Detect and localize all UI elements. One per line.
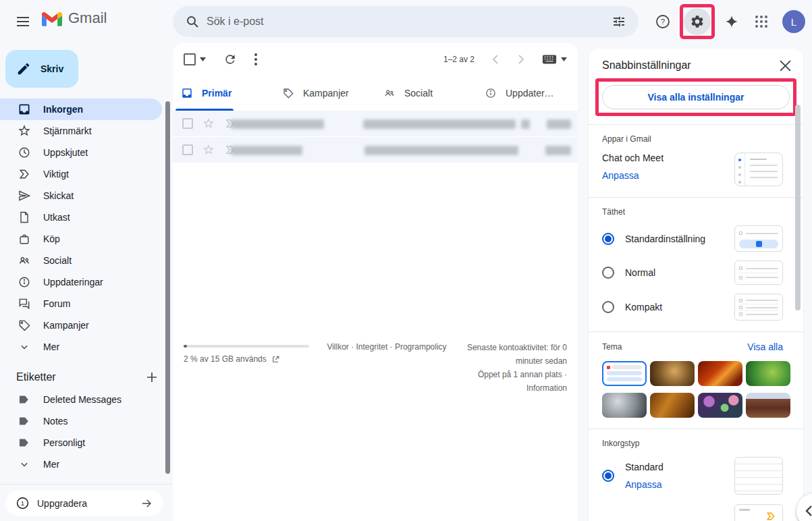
section-heading: Appar i Gmail bbox=[602, 134, 783, 144]
apps-grid-icon[interactable] bbox=[747, 7, 776, 36]
sidebar-item-drafts[interactable]: Utkast bbox=[0, 207, 162, 228]
star-icon[interactable] bbox=[202, 144, 215, 156]
select-all-checkbox[interactable] bbox=[184, 53, 196, 65]
density-option-normal[interactable]: Normal bbox=[602, 260, 783, 285]
customize-inbox-link[interactable]: Anpassa bbox=[625, 479, 734, 490]
sidebar-label-notes[interactable]: Notes bbox=[0, 410, 162, 432]
upgrade-button[interactable]: 1 Uppgradera bbox=[5, 491, 163, 516]
redacted-sender bbox=[231, 146, 302, 155]
legal-links[interactable]: Villkor · Integritet · Programpolicy bbox=[316, 342, 458, 395]
theme-thumbnail-spheres[interactable] bbox=[602, 393, 647, 418]
redacted-sender bbox=[231, 119, 324, 129]
inbox-important-first-thumbnail[interactable] bbox=[734, 504, 783, 521]
sidebar-labels-more[interactable]: Mer bbox=[0, 454, 162, 475]
settings-scrollbar[interactable] bbox=[795, 105, 801, 310]
section-heading: Inkorgstyp bbox=[602, 439, 783, 448]
density-compact-thumbnail[interactable] bbox=[734, 294, 783, 321]
row-checkbox[interactable] bbox=[182, 118, 193, 129]
send-icon bbox=[18, 189, 31, 202]
add-label-icon[interactable] bbox=[146, 371, 158, 383]
sidebar-item-updates[interactable]: Uppdateringar bbox=[0, 271, 162, 293]
sidebar-item-more[interactable]: Mer bbox=[0, 336, 162, 358]
email-row[interactable] bbox=[173, 137, 578, 163]
inbox-standard-thumbnail[interactable] bbox=[734, 457, 783, 495]
apps-in-gmail-section: Appar i Gmail Chat och Meet Anpassa bbox=[589, 125, 803, 197]
svg-text:?: ? bbox=[661, 18, 665, 26]
see-all-settings-button[interactable]: Visa alla inställningar bbox=[602, 85, 790, 109]
info-icon bbox=[18, 275, 31, 289]
email-row[interactable] bbox=[173, 111, 578, 137]
apps-preview-thumbnail bbox=[734, 153, 783, 186]
customize-chat-link[interactable]: Anpassa bbox=[602, 170, 734, 181]
row-checkbox[interactable] bbox=[182, 144, 193, 155]
search-bar[interactable] bbox=[173, 6, 639, 37]
chevron-down-icon bbox=[18, 458, 31, 471]
app-title: Gmail bbox=[68, 9, 107, 27]
radio-unselected[interactable] bbox=[602, 267, 614, 279]
one-circle-icon: 1 bbox=[16, 497, 29, 510]
theme-thumbnail-bokeh[interactable] bbox=[698, 393, 742, 418]
sidebar-item-important[interactable]: Viktigt bbox=[0, 163, 162, 185]
sidebar-item-snoozed[interactable]: Uppskjutet bbox=[0, 142, 162, 163]
redacted-date bbox=[545, 146, 571, 155]
keyboard-dropdown-caret-icon[interactable] bbox=[561, 57, 567, 61]
sidebar-item-promotions[interactable]: Kampanjer bbox=[0, 314, 162, 336]
gmail-m-icon bbox=[42, 11, 62, 26]
sidebar-scrollbar[interactable] bbox=[165, 101, 170, 474]
select-dropdown-caret-icon[interactable] bbox=[200, 57, 206, 61]
density-default-thumbnail[interactable] bbox=[734, 225, 783, 252]
search-icon[interactable] bbox=[178, 7, 207, 36]
theme-thumbnail-canyon[interactable] bbox=[698, 361, 742, 386]
tab-primary[interactable]: Primär bbox=[173, 76, 274, 111]
clock-icon bbox=[18, 146, 31, 159]
hamburger-menu-icon[interactable] bbox=[7, 5, 39, 38]
density-option-default[interactable]: Standardinställning bbox=[602, 225, 783, 252]
gemini-sparkle-icon[interactable] bbox=[718, 7, 746, 36]
newer-page-icon[interactable] bbox=[492, 55, 498, 64]
star-icon[interactable] bbox=[202, 117, 215, 130]
theme-thumbnail-default[interactable] bbox=[602, 361, 647, 386]
sidebar-item-sent[interactable]: Skickat bbox=[0, 185, 162, 207]
inbox-type-option-standard[interactable]: Standard Anpassa bbox=[602, 457, 783, 495]
tab-updates[interactable]: Uppdater… bbox=[477, 76, 578, 111]
tab-social[interactable]: Socialt bbox=[375, 76, 477, 111]
activity-details-link[interactable]: Information bbox=[458, 381, 567, 395]
close-icon[interactable] bbox=[780, 60, 791, 72]
sidebar-item-social[interactable]: Socialt bbox=[0, 250, 162, 271]
sidebar-item-inbox[interactable]: Inkorgen bbox=[0, 99, 162, 120]
labels-header: Etiketter bbox=[0, 371, 173, 383]
theme-thumbnail-leaf[interactable] bbox=[746, 361, 790, 386]
sidebar-label-deleted-messages[interactable]: Deleted Messages bbox=[0, 389, 162, 410]
sidebar-item-purchases[interactable]: Köp bbox=[0, 228, 162, 250]
sidebar-item-forums[interactable]: Forum bbox=[0, 293, 162, 314]
tab-promotions[interactable]: Kampanjer bbox=[274, 76, 375, 111]
radio-selected[interactable] bbox=[602, 470, 614, 482]
view-all-themes-link[interactable]: Visa alla bbox=[747, 341, 783, 352]
quick-settings-panel: Snabbinställningar Visa alla inställning… bbox=[589, 49, 803, 521]
radio-selected[interactable] bbox=[602, 233, 614, 245]
account-avatar[interactable]: L bbox=[782, 10, 805, 33]
chevron-down-icon bbox=[18, 340, 31, 354]
list-footer: 2 % av 15 GB används Villkor · Integrite… bbox=[184, 341, 567, 395]
theme-thumbnail-chess[interactable] bbox=[650, 361, 695, 386]
external-link-icon[interactable] bbox=[271, 355, 280, 364]
sidebar-label-personal[interactable]: Personligt bbox=[0, 432, 162, 454]
density-option-compact[interactable]: Kompakt bbox=[602, 294, 783, 321]
radio-unselected[interactable] bbox=[602, 301, 614, 313]
settings-gear-icon[interactable] bbox=[684, 8, 711, 35]
older-page-icon[interactable] bbox=[518, 55, 524, 64]
help-icon[interactable]: ? bbox=[649, 7, 677, 36]
density-normal-thumbnail[interactable] bbox=[734, 260, 783, 285]
label-icon bbox=[18, 393, 31, 406]
redacted-snippet bbox=[521, 119, 530, 129]
theme-thumbnail-autumn-leaves[interactable] bbox=[650, 393, 695, 418]
more-options-icon[interactable] bbox=[254, 53, 257, 65]
compose-button[interactable]: Skriv bbox=[5, 50, 78, 88]
search-filters-icon[interactable] bbox=[605, 7, 633, 36]
refresh-icon[interactable] bbox=[223, 53, 237, 66]
input-tools-keyboard-icon[interactable] bbox=[542, 54, 557, 65]
search-input[interactable] bbox=[207, 16, 605, 28]
pagination-count: 1–2 av 2 bbox=[443, 55, 475, 64]
sidebar-item-starred[interactable]: Stjärnmärkt bbox=[0, 120, 162, 142]
theme-thumbnail-canyon-river[interactable] bbox=[746, 393, 790, 418]
